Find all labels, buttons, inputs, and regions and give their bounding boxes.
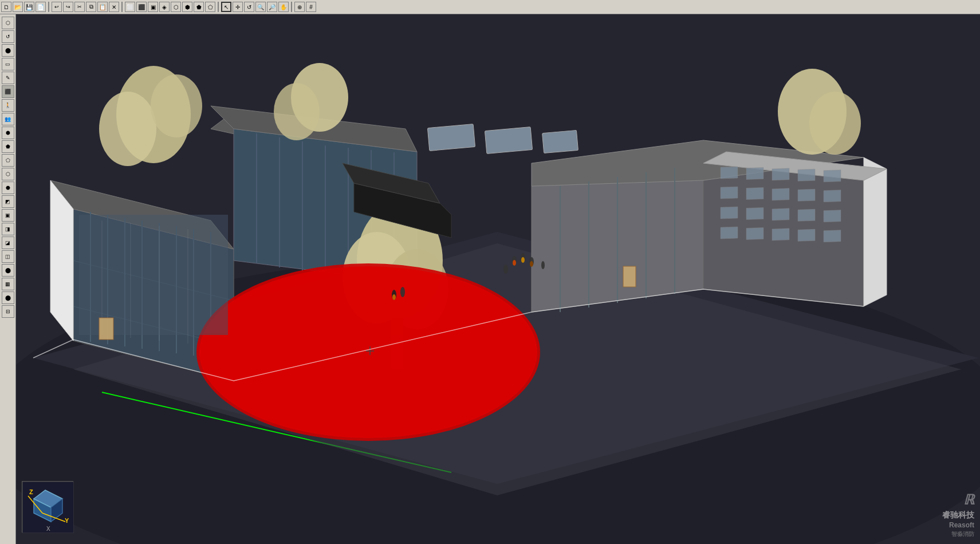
svg-rect-90 [772,208,789,220]
copy-button[interactable]: ⧉ [86,2,96,12]
svg-point-60 [503,265,508,274]
save-button[interactable]: 💾 [24,2,34,12]
svg-point-61 [541,261,545,269]
sidebar-btn-20[interactable]: ▦ [2,278,14,290]
svg-rect-89 [746,207,763,219]
watermark-sub: 智淼消防 [942,530,974,538]
scene-svg [16,14,980,544]
sidebar-btn-11[interactable]: ⬠ [2,154,14,167]
svg-point-64 [530,261,533,267]
sidebar-btn-8[interactable]: 👥 [2,113,14,125]
svg-rect-39 [485,127,532,154]
svg-point-43 [151,74,202,137]
sidebar-btn-7[interactable]: 🚶 [2,99,14,112]
tool3[interactable]: ▣ [148,2,158,12]
sidebar-btn-14[interactable]: ◩ [2,195,14,208]
svg-point-42 [99,92,156,166]
tool8[interactable]: ⬠ [205,2,215,12]
sidebar-btn-6[interactable]: ⬛ [2,85,14,98]
sidebar-btn-2[interactable]: ↺ [2,30,14,43]
svg-text:X: X [46,526,50,532]
new-button[interactable]: 🗋 [1,2,11,12]
tool2[interactable]: ⬛ [136,2,147,12]
sidebar-btn-16[interactable]: ◨ [2,223,14,235]
zoom-out-tool[interactable]: 🔎 [267,2,277,12]
svg-rect-83 [721,187,738,199]
paste-button[interactable]: 📋 [97,2,108,12]
sidebar-btn-19[interactable]: ⬤ [2,264,14,277]
watermark-line1: 睿驰科技 [942,510,974,521]
sep3 [218,2,219,12]
sidebar-btn-5[interactable]: ✎ [2,72,14,84]
snap-tool[interactable]: ⊕ [294,2,305,12]
watermark-logo-icon: ℝ [942,490,974,510]
tool5[interactable]: ⬡ [171,2,181,12]
sidebar-btn-21[interactable]: ⬤ [2,291,14,304]
sidebar-btn-12[interactable]: ⬡ [2,168,14,180]
svg-rect-92 [824,210,841,222]
svg-rect-91 [798,209,815,221]
svg-rect-79 [746,167,763,179]
tool7[interactable]: ⬟ [194,2,204,12]
svg-point-54 [199,266,537,438]
sidebar-btn-22[interactable]: ⊟ [2,305,14,318]
pan-tool[interactable]: ✋ [278,2,289,12]
svg-point-63 [521,257,525,263]
svg-rect-38 [427,124,475,151]
svg-rect-80 [772,168,789,180]
redo-button[interactable]: ↪ [63,2,73,12]
svg-marker-36 [50,180,73,341]
sep2 [121,2,123,12]
left-sidebar: ⬡ ↺ ⬤ ▭ ✎ ⬛ 🚶 👥 ⬢ ⬟ ⬠ ⬡ ⬣ ◩ ▣ ◨ ◪ ◫ ⬤ ▦ … [0,14,16,544]
move-tool[interactable]: ✛ [233,2,243,12]
svg-point-66 [400,287,405,297]
svg-rect-86 [798,189,815,201]
svg-rect-88 [721,207,738,219]
svg-point-62 [513,260,516,266]
watermark: ℝ 睿驰科技 Reasoft 智淼消防 [942,490,974,538]
svg-rect-81 [798,169,815,181]
svg-rect-84 [746,187,763,199]
cut-button[interactable]: ✂ [74,2,85,12]
sidebar-btn-17[interactable]: ◪ [2,236,14,249]
saveas-button[interactable]: 📄 [36,2,46,12]
svg-rect-76 [623,266,636,287]
main-toolbar: 🗋 📂 💾 📄 ↩ ↪ ✂ ⧉ 📋 ✕ ⬜ ⬛ ▣ ◈ ⬡ ⬢ ⬟ ⬠ ↖ ✛ … [0,0,980,14]
svg-rect-85 [772,188,789,200]
sidebar-btn-13[interactable]: ⬣ [2,182,14,194]
svg-rect-95 [772,228,789,241]
grid-tool[interactable]: # [306,2,316,12]
svg-rect-87 [824,190,841,202]
svg-marker-37 [864,157,887,306]
svg-rect-78 [721,167,738,179]
sidebar-btn-15[interactable]: ▣ [2,209,14,222]
sidebar-btn-10[interactable]: ⬟ [2,140,14,153]
svg-point-45 [274,83,320,140]
svg-rect-40 [542,130,578,153]
sidebar-btn-18[interactable]: ◫ [2,250,14,263]
sidebar-btn-3[interactable]: ⬤ [2,44,14,57]
svg-rect-75 [99,318,113,340]
svg-rect-82 [824,170,841,182]
sep1 [48,2,49,12]
svg-rect-70 [79,215,228,335]
watermark-line2: Reasoft [942,521,974,530]
sep4 [291,2,292,12]
svg-text:Y: Y [65,517,69,524]
select-tool[interactable]: ↖ [221,2,231,12]
zoom-in-tool[interactable]: 🔍 [255,2,266,12]
open-button[interactable]: 📂 [13,2,23,12]
sidebar-btn-1[interactable]: ⬡ [2,17,14,29]
rotate-tool[interactable]: ↺ [244,2,254,12]
tool4[interactable]: ◈ [159,2,170,12]
svg-rect-97 [824,230,841,242]
svg-text:Z: Z [29,488,33,495]
svg-point-47 [809,92,861,155]
sidebar-btn-9[interactable]: ⬢ [2,127,14,139]
tool1[interactable]: ⬜ [125,2,135,12]
3d-viewport[interactable]: Z Y X ℝ 睿驰科技 Reasoft 智淼消防 [16,14,980,544]
undo-button[interactable]: ↩ [52,2,62,12]
sidebar-btn-4[interactable]: ▭ [2,58,14,70]
tool6[interactable]: ⬢ [182,2,192,12]
delete-button[interactable]: ✕ [109,2,119,12]
